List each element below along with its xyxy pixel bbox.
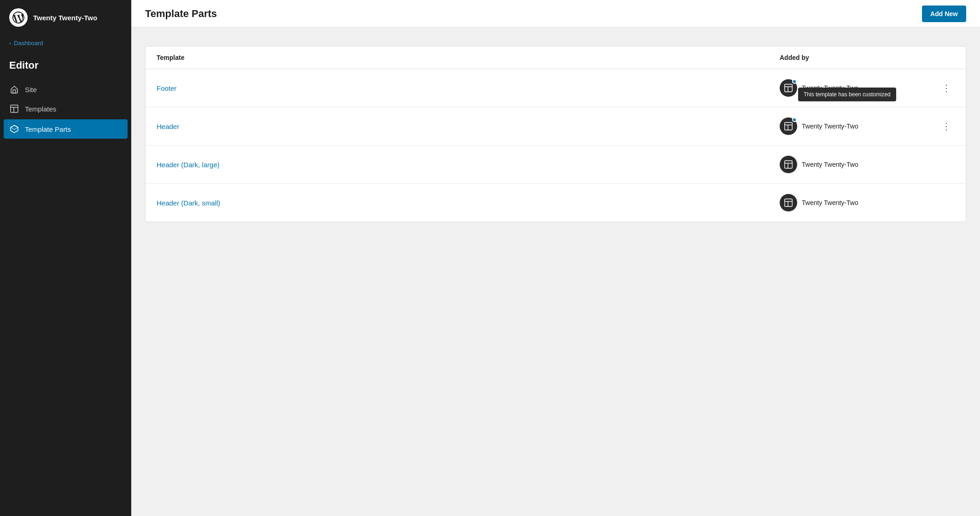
added-by-cell-header: Twenty Twenty-Two ⋮ <box>780 117 955 135</box>
sidebar-item-site[interactable]: Site <box>0 80 131 99</box>
svg-rect-0 <box>13 90 16 93</box>
wordpress-logo <box>9 8 28 27</box>
table-row: Header (Dark, small) Twenty Twenty-Two <box>146 184 966 222</box>
layout-icon <box>783 83 793 93</box>
customized-dot-footer <box>792 79 797 84</box>
layout-icon <box>783 198 793 208</box>
add-new-button[interactable]: Add New <box>922 6 966 22</box>
dashboard-link[interactable]: ‹ Dashboard <box>0 35 131 55</box>
theme-icon-footer <box>780 79 797 97</box>
table-row: Header Twenty Twenty-Two ⋮ <box>146 107 966 146</box>
template-name-header-dark-large[interactable]: Header (Dark, large) <box>157 161 780 169</box>
sidebar-item-site-label: Site <box>25 86 37 94</box>
template-parts-icon <box>9 124 19 134</box>
editor-heading: Editor <box>0 55 131 80</box>
table-row: Footer Twenty Twenty-Two ⋮ This template… <box>146 69 966 107</box>
column-header-added-by: Added by <box>780 54 955 61</box>
sidebar-item-templates-label: Templates <box>25 105 56 113</box>
layout-icon <box>783 121 793 131</box>
table-header: Template Added by <box>146 47 966 69</box>
table-row: Header (Dark, large) Twenty Twenty-Two <box>146 146 966 184</box>
svg-rect-1 <box>11 105 18 112</box>
sidebar-item-template-parts-label: Template Parts <box>25 125 71 133</box>
svg-rect-13 <box>785 199 793 207</box>
sidebar-item-template-parts[interactable]: Template Parts <box>4 119 128 139</box>
customized-dot-header <box>792 117 797 122</box>
column-header-template: Template <box>157 54 780 61</box>
wp-logo-icon <box>12 12 24 23</box>
svg-rect-4 <box>785 84 793 92</box>
more-options-footer[interactable]: ⋮ <box>938 81 955 95</box>
theme-icon-header-dark-large <box>780 156 797 173</box>
theme-icon-header-dark-small <box>780 194 797 211</box>
template-name-header[interactable]: Header <box>157 123 780 130</box>
added-by-cell-header-dark-small: Twenty Twenty-Two <box>780 194 955 211</box>
chevron-left-icon: ‹ <box>9 40 11 47</box>
theme-name-header-dark-large: Twenty Twenty-Two <box>802 161 955 168</box>
main-content: Template Parts Add New Template Added by… <box>131 0 980 516</box>
theme-name-footer: Twenty Twenty-Two <box>802 84 933 92</box>
theme-name-header-dark-small: Twenty Twenty-Two <box>802 199 955 206</box>
template-table: Template Added by Footer Twenty Twent <box>145 46 966 222</box>
added-by-cell-footer: Twenty Twenty-Two ⋮ This template has be… <box>780 79 955 97</box>
layout-icon <box>783 159 793 170</box>
added-by-cell-header-dark-large: Twenty Twenty-Two <box>780 156 955 173</box>
site-title: Twenty Twenty-Two <box>33 14 97 22</box>
theme-icon-header <box>780 117 797 135</box>
template-name-header-dark-small[interactable]: Header (Dark, small) <box>157 199 780 207</box>
sidebar-item-templates[interactable]: Templates <box>0 99 131 118</box>
svg-rect-7 <box>785 123 793 130</box>
page-title: Template Parts <box>145 8 217 20</box>
sidebar-header: Twenty Twenty-Two <box>0 0 131 35</box>
templates-icon <box>9 104 19 114</box>
home-icon <box>9 84 19 94</box>
theme-name-header: Twenty Twenty-Two <box>802 123 933 130</box>
sidebar: Twenty Twenty-Two ‹ Dashboard Editor Sit… <box>0 0 131 516</box>
dashboard-link-label: Dashboard <box>14 40 43 47</box>
top-bar: Template Parts Add New <box>131 0 980 28</box>
svg-rect-10 <box>785 161 793 169</box>
template-name-footer[interactable]: Footer <box>157 84 780 92</box>
more-options-header[interactable]: ⋮ <box>938 119 955 134</box>
content-area: Template Added by Footer Twenty Twent <box>131 28 980 240</box>
